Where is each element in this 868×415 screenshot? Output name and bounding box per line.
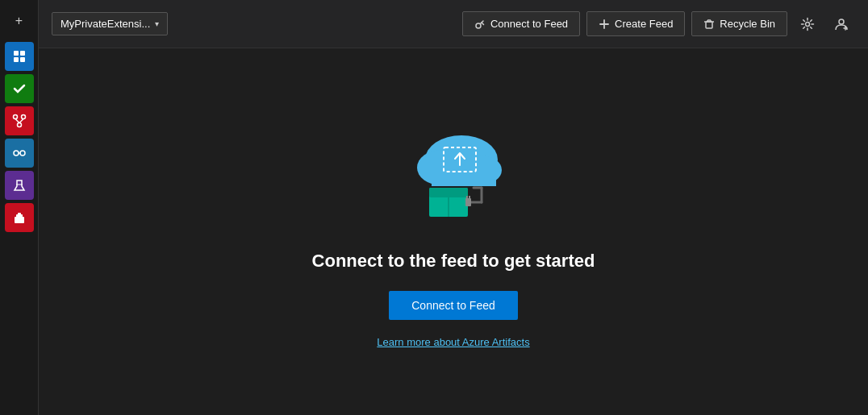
main-heading: Connect to the feed to get started	[312, 251, 595, 272]
svg-rect-15	[18, 213, 21, 215]
svg-rect-1	[20, 51, 25, 56]
illustration	[385, 115, 522, 231]
svg-point-10	[20, 151, 25, 156]
svg-line-18	[482, 23, 484, 25]
check-icon	[12, 81, 27, 96]
add-symbol: +	[15, 14, 23, 28]
svg-point-6	[17, 123, 21, 127]
svg-point-5	[21, 115, 25, 119]
feed-selector[interactable]: MyPrivateExtensi... ▾	[52, 12, 168, 35]
svg-rect-21	[706, 22, 712, 28]
svg-rect-42	[465, 198, 471, 206]
connect-feed-label: Connect to Feed	[490, 18, 568, 30]
svg-rect-33	[432, 162, 496, 186]
connect-illustration	[385, 115, 522, 228]
sidebar-item-pipelines[interactable]	[5, 139, 34, 168]
sidebar: +	[0, 0, 39, 415]
svg-rect-2	[14, 57, 19, 62]
sidebar-item-work[interactable]	[5, 74, 34, 103]
sidebar-item-test[interactable]	[5, 171, 34, 200]
repos-icon	[12, 114, 27, 128]
settings-button[interactable]	[794, 10, 821, 38]
user-icon	[834, 17, 849, 31]
create-feed-button[interactable]: Create Feed	[586, 11, 685, 36]
svg-rect-0	[14, 51, 19, 56]
plug-icon	[474, 19, 486, 30]
svg-line-8	[19, 119, 23, 123]
chevron-down-icon: ▾	[155, 19, 159, 28]
svg-rect-13	[15, 217, 24, 223]
connect-to-feed-button[interactable]: Connect to Feed	[462, 11, 580, 36]
add-icon[interactable]: +	[5, 6, 34, 35]
svg-point-9	[14, 151, 19, 156]
svg-rect-3	[20, 57, 25, 62]
svg-point-4	[13, 115, 17, 119]
flask-icon	[12, 178, 27, 193]
svg-point-27	[839, 19, 844, 24]
create-feed-label: Create Feed	[615, 18, 673, 30]
artifacts-icon	[12, 210, 27, 225]
sidebar-item-artifacts[interactable]	[5, 203, 34, 232]
learn-more-link[interactable]: Learn more about Azure Artifacts	[377, 336, 529, 348]
recycle-bin-label: Recycle Bin	[720, 18, 775, 30]
pipelines-icon	[12, 146, 27, 160]
main-area: MyPrivateExtensi... ▾ Connect to Feed Cr…	[39, 0, 868, 415]
feed-selector-label: MyPrivateExtensi...	[61, 18, 150, 30]
connect-btn-label: Connect to Feed	[411, 299, 495, 312]
connect-to-feed-main-button[interactable]: Connect to Feed	[389, 291, 518, 320]
svg-line-7	[15, 119, 19, 123]
plus-icon	[599, 19, 610, 30]
header-buttons: Connect to Feed Create Feed Recycle Bin	[462, 10, 855, 38]
sidebar-item-boards[interactable]	[5, 42, 34, 71]
header: MyPrivateExtensi... ▾ Connect to Feed Cr…	[39, 0, 868, 48]
content-area: Connect to the feed to get started Conne…	[39, 48, 868, 415]
recycle-bin-button[interactable]: Recycle Bin	[691, 11, 787, 36]
sidebar-item-repos[interactable]	[5, 106, 34, 135]
user-settings-button[interactable]	[828, 10, 855, 38]
boards-icon	[12, 49, 27, 64]
svg-point-26	[806, 22, 810, 26]
trash-icon	[703, 19, 715, 30]
gear-icon	[800, 17, 815, 31]
